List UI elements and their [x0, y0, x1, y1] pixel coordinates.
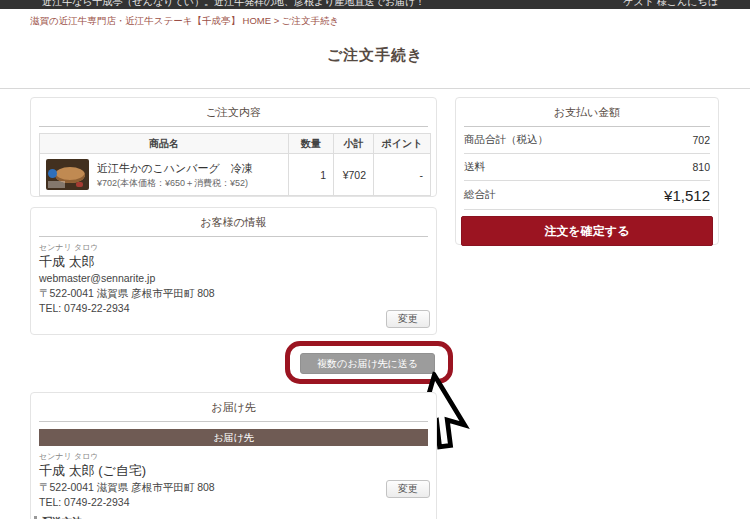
- order-table: 商品名 数量 小計 ポイント 近江牛かのこハンバーグ 冷凍: [39, 133, 431, 196]
- items-total-value: 702: [692, 134, 710, 146]
- column-header-subtotal: 小計: [334, 134, 374, 154]
- item-quantity: 1: [289, 154, 334, 196]
- customer-panel-title: お客様の情報: [31, 208, 436, 230]
- top-bar: 近江牛なら千成亭（せんなりてい）。近江牛発祥の地、彦根より産地直送でお届け！ ゲ…: [0, 0, 750, 9]
- site-tagline: 近江牛なら千成亭（せんなりてい）。近江牛発祥の地、彦根より産地直送でお届け！: [42, 0, 425, 9]
- customer-address-block: センナリ タロウ 千成 太郎 webmaster@sennarite.jp 〒5…: [31, 237, 436, 315]
- delivery-title-rule: [39, 421, 428, 422]
- item-subtotal: ¥702: [334, 154, 374, 196]
- shipping-fee-label: 送料: [464, 160, 485, 174]
- breadcrumb-home-link[interactable]: HOME: [243, 15, 272, 26]
- payment-row-shipping: 送料 810: [464, 154, 710, 181]
- header-divider: [0, 88, 750, 89]
- order-summary-panel: ご注文内容 商品名 数量 小計 ポイント: [30, 97, 437, 197]
- multi-address-button[interactable]: 複数のお届け先に送る: [300, 353, 435, 374]
- payment-row-grand-total: 総合計 ¥1,512: [464, 181, 710, 210]
- confirm-order-button[interactable]: 注文を確定する: [461, 216, 713, 246]
- grand-total-label: 総合計: [464, 188, 496, 202]
- guest-greeting: ゲスト 様こんにちは: [623, 0, 718, 9]
- product-price-note: ¥702(本体価格：¥650＋消費税：¥52): [97, 177, 253, 189]
- delivery-panel: お届け先 お届け先 センナリ タロウ 千成 太郎 (ご自宅) 〒522-0041…: [30, 392, 437, 519]
- thumbnail-badge-icon: [48, 169, 57, 178]
- thumbnail-caption: [48, 181, 65, 188]
- order-table-header-row: 商品名 数量 小計 ポイント: [40, 134, 431, 154]
- change-delivery-button[interactable]: 変更: [386, 480, 430, 498]
- breadcrumb-current: ご注文手続き: [282, 15, 339, 26]
- page-title: ご注文手続き: [0, 46, 750, 65]
- customer-info-panel: お客様の情報 センナリ タロウ 千成 太郎 webmaster@sennarit…: [30, 207, 437, 335]
- product-thumbnail: [46, 159, 89, 190]
- checkout-page: 近江牛なら千成亭（せんなりてい）。近江牛発祥の地、彦根より産地直送でお届け！ ゲ…: [0, 0, 750, 519]
- payment-panel-title: お支払い金額: [456, 98, 718, 120]
- column-header-product: 商品名: [40, 134, 289, 154]
- grand-total-value: ¥1,512: [664, 187, 710, 204]
- breadcrumb-separator: >: [271, 15, 282, 26]
- delivery-panel-title: お届け先: [31, 393, 436, 415]
- change-customer-button[interactable]: 変更: [386, 310, 430, 328]
- items-total-label: 商品合計（税込）: [464, 133, 548, 147]
- shipping-fee-value: 810: [692, 161, 710, 173]
- item-points: -: [374, 154, 431, 196]
- customer-tel: TEL: 0749-22-2934: [39, 302, 436, 315]
- customer-email: webmaster@sennarite.jp: [39, 272, 436, 285]
- breadcrumb-site-link[interactable]: 滋賀の近江牛専門店・近江牛ステーキ【千成亭】: [30, 15, 240, 26]
- delivery-address-block: センナリ タロウ 千成 太郎 (ご自宅) 〒522-0041 滋賀県 彦根市平田…: [31, 446, 436, 509]
- breadcrumb: 滋賀の近江牛専門店・近江牛ステーキ【千成亭】 HOME > ご注文手続き: [30, 15, 339, 28]
- order-title-rule: [39, 126, 428, 127]
- thumbnail-garnish: [76, 182, 83, 187]
- customer-address: 〒522-0041 滋賀県 彦根市平田町 808: [39, 287, 436, 300]
- column-header-points: ポイント: [374, 134, 431, 154]
- customer-furigana: センナリ タロウ: [39, 243, 436, 253]
- delivery-address-bar: お届け先: [39, 429, 428, 446]
- delivery-furigana: センナリ タロウ: [39, 452, 436, 462]
- order-item-row: 近江牛かのこハンバーグ 冷凍 ¥702(本体価格：¥650＋消費税：¥52) 1…: [40, 154, 431, 196]
- delivery-address: 〒522-0041 滋賀県 彦根市平田町 808: [39, 481, 436, 494]
- payment-summary-panel: お支払い金額 商品合計（税込） 702 送料 810 総合計 ¥1,512 注文…: [455, 97, 719, 245]
- payment-row-items-total: 商品合計（税込） 702: [464, 127, 710, 154]
- delivery-tel: TEL: 0749-22-2934: [39, 496, 436, 509]
- product-cell: 近江牛かのこハンバーグ 冷凍 ¥702(本体価格：¥650＋消費税：¥52): [40, 155, 288, 194]
- order-panel-title: ご注文内容: [31, 98, 436, 120]
- delivery-name: 千成 太郎 (ご自宅): [39, 462, 436, 479]
- product-name: 近江牛かのこハンバーグ 冷凍: [97, 161, 253, 175]
- column-header-qty: 数量: [289, 134, 334, 154]
- customer-name: 千成 太郎: [39, 253, 436, 270]
